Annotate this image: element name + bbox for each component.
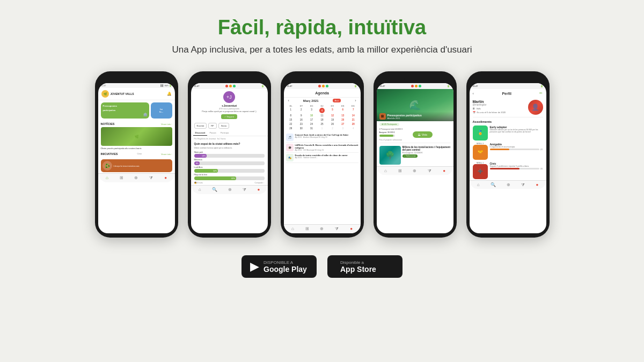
prev-month-arrow[interactable]: ‹ bbox=[288, 99, 289, 102]
day-4-today[interactable]: 4 bbox=[319, 108, 325, 113]
page-subtitle: Una App inclusiva, per a totes les edats… bbox=[172, 45, 472, 55]
news-link[interactable]: Veure tots › bbox=[161, 123, 172, 125]
store-buttons-row: ▶ DISPONIBLE A Google Play Disponible a … bbox=[241, 255, 402, 278]
agenda-title: Agenda bbox=[315, 91, 329, 95]
tab-discussió[interactable]: Discussió bbox=[193, 130, 208, 136]
project-item[interactable]: 🌳 Millora de les instal·lacions i l'equi… bbox=[377, 144, 453, 166]
day-7[interactable]: 7 bbox=[348, 108, 358, 113]
day-6[interactable]: 6 bbox=[338, 108, 348, 113]
day-11[interactable]: 11 bbox=[317, 114, 327, 117]
day-22[interactable]: 22 bbox=[286, 122, 296, 126]
initiatives-link[interactable]: Veure tots › bbox=[161, 153, 172, 156]
poll-question: Quin espai de la ciutat utlitzes més? bbox=[191, 142, 268, 147]
event-2[interactable]: 🎓 LAPA de l'escola B. Murou comèdia o un… bbox=[286, 143, 358, 153]
dot-red bbox=[225, 85, 228, 87]
day-8[interactable]: 8 bbox=[286, 114, 296, 117]
day-31[interactable]: 31 bbox=[306, 127, 316, 130]
initiative-item[interactable]: ♻️ Llença la teva iniciativa ara bbox=[101, 159, 172, 172]
day-25[interactable]: 25 bbox=[317, 122, 327, 126]
event-1[interactable]: 🎵 Concert Sant Jordi a càrrec del Cor Co… bbox=[286, 132, 358, 143]
day-21[interactable]: 21 bbox=[348, 118, 358, 122]
nav-add-icon[interactable]: ⊕ bbox=[320, 226, 324, 232]
nav-grid-icon[interactable]: ⊞ bbox=[398, 168, 402, 174]
nav-add-icon[interactable]: ⊕ bbox=[507, 182, 510, 188]
dot-green bbox=[326, 85, 328, 87]
poll-option-3: Load Area 34% bbox=[191, 166, 268, 173]
day-30[interactable]: 30 bbox=[296, 127, 306, 130]
nav-add-icon[interactable]: ⊕ bbox=[228, 187, 232, 193]
bottom-navbar: ⌂ ⊞ ⊕ ⧩ ● bbox=[98, 173, 175, 182]
nav-search-icon[interactable]: 🔍 bbox=[212, 187, 217, 193]
next-month-arrow[interactable]: › bbox=[355, 99, 356, 102]
nav-filter-icon[interactable]: ⧩ bbox=[149, 175, 153, 181]
nav-user-icon[interactable]: ● bbox=[536, 182, 538, 188]
nav-filter-icon[interactable]: ⧩ bbox=[521, 182, 525, 188]
nav-filter-icon[interactable]: ⧩ bbox=[335, 226, 339, 232]
nav-user-icon[interactable]: ● bbox=[350, 226, 353, 232]
rf-button[interactable]: RF bbox=[208, 123, 216, 129]
community-tabs: Discussió Passat Participa bbox=[191, 130, 268, 136]
nav-add-icon[interactable]: ⊕ bbox=[413, 168, 416, 174]
day-20[interactable]: 20 bbox=[338, 118, 348, 122]
day-12[interactable]: 12 bbox=[327, 114, 337, 117]
day-13[interactable]: 13 bbox=[338, 114, 348, 117]
share-icon[interactable]: Compartir ↑ bbox=[254, 182, 264, 184]
day-2[interactable]: 2 bbox=[296, 108, 306, 113]
day-23[interactable]: 23 bbox=[296, 122, 306, 126]
create-link[interactable]: Crear bbox=[137, 153, 142, 155]
tab-participa[interactable]: Participa bbox=[218, 130, 231, 136]
poll-source: Per Regidoria de Joventut · fa 2 hores bbox=[191, 136, 268, 142]
back-arrow[interactable]: ‹ bbox=[473, 92, 474, 95]
phone-budget-wrapper: 21:47 🔋 🌊 🏛 Pressupostos part bbox=[374, 71, 457, 238]
day-24[interactable]: 24 bbox=[306, 122, 316, 126]
budget-card[interactable]: Pressupostos participatius 🏛️ bbox=[101, 102, 149, 119]
day-18[interactable]: 18 bbox=[317, 118, 327, 122]
day-10[interactable]: 10 bbox=[306, 114, 316, 117]
nav-add-icon[interactable]: ⊕ bbox=[134, 175, 138, 181]
nav-home-icon[interactable]: ⌂ bbox=[199, 187, 201, 193]
nav-home-icon[interactable]: ⌂ bbox=[384, 168, 387, 174]
day-26[interactable]: 26 bbox=[327, 122, 337, 126]
nav-user-icon[interactable]: ● bbox=[443, 168, 445, 174]
nav-user-icon[interactable]: ● bbox=[164, 175, 167, 181]
nav-filter-icon[interactable]: ⧩ bbox=[428, 168, 431, 174]
bell-icon[interactable]: 🔔 bbox=[167, 92, 172, 96]
agenda-card[interactable]: Lafe... bbox=[151, 102, 172, 119]
nav-grid-icon[interactable]: ⊞ bbox=[305, 226, 309, 232]
day-19[interactable]: 19 bbox=[327, 118, 337, 122]
day-5[interactable]: 5 bbox=[327, 108, 337, 113]
initiative-text: Llença la teva iniciativa ara bbox=[114, 165, 171, 167]
nav-home-icon[interactable]: ⌂ bbox=[291, 226, 294, 232]
phone-home-screen: 21:47 ▌▌ WiFi 🔋 🌿 JOVENTUT VALLS 🔔 Press… bbox=[98, 83, 175, 233]
day-16[interactable]: 16 bbox=[296, 118, 306, 122]
nav-user-icon[interactable]: ● bbox=[257, 187, 260, 193]
xarxa-button[interactable]: Xarxa bbox=[218, 123, 229, 129]
event-icon-3: 🎭 bbox=[286, 154, 294, 161]
event-info-3: Escola de teatre comèdia el taller de cl… bbox=[295, 154, 358, 159]
day-1[interactable]: 1 bbox=[286, 108, 296, 113]
follow-button[interactable]: ✓ Seguint bbox=[221, 114, 237, 119]
today-button[interactable]: Avui bbox=[333, 99, 341, 102]
tab-passat[interactable]: Passat bbox=[207, 130, 218, 136]
app-store-button[interactable]: Disponible a App Store bbox=[327, 255, 402, 278]
novetat-button[interactable]: Novetat bbox=[194, 123, 207, 129]
day-29[interactable]: 29 bbox=[286, 127, 296, 130]
nav-search-icon[interactable]: 🔍 bbox=[491, 182, 496, 188]
event-3[interactable]: 🎭 Escola de teatre comèdia el taller de … bbox=[286, 153, 358, 163]
day-15[interactable]: 15 bbox=[286, 118, 296, 122]
time: 21:47 bbox=[380, 85, 385, 87]
google-play-button[interactable]: ▶ DISPONIBLE A Google Play bbox=[241, 255, 317, 278]
day-14[interactable]: 14 bbox=[348, 114, 358, 117]
day-27[interactable]: 27 bbox=[338, 122, 348, 126]
day-17[interactable]: 17 bbox=[306, 118, 316, 122]
day-9[interactable]: 9 bbox=[296, 114, 306, 117]
edit-button[interactable]: ✏ bbox=[539, 91, 543, 95]
nav-grid-icon[interactable]: ⊞ bbox=[120, 175, 123, 181]
day-3[interactable]: 3 bbox=[306, 108, 316, 113]
nav-filter-icon[interactable]: ⧩ bbox=[243, 187, 246, 193]
time: 21:47 bbox=[194, 85, 200, 87]
nav-home-icon[interactable]: ⌂ bbox=[106, 175, 108, 181]
vote-button[interactable]: 🗳 Vota bbox=[413, 131, 432, 138]
day-28[interactable]: 28 bbox=[348, 122, 358, 126]
nav-home-icon[interactable]: ⌂ bbox=[477, 182, 480, 188]
